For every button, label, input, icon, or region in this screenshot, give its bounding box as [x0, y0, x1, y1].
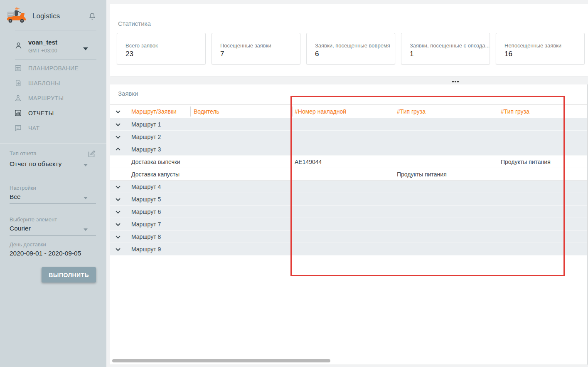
delivery-day-label: День доставки — [10, 241, 46, 248]
chevron-down-icon[interactable] — [114, 183, 122, 191]
user-timezone: GMT +03:00 — [28, 48, 57, 54]
statistics-panel: Статистика Всего заявок 23 Посещенные за… — [110, 4, 588, 76]
orders-panel: Заявки Маршрут/Заявки Водитель #Номер на… — [110, 84, 588, 365]
table-row-request[interactable]: Доставка капусты Продукты питания — [110, 168, 587, 181]
chevron-down-icon[interactable] — [114, 245, 122, 253]
collapse-all-chevron-icon[interactable] — [114, 108, 122, 115]
panel-resize-handle[interactable] — [452, 81, 459, 82]
field-underline — [10, 259, 96, 259]
column-header-cargo-1[interactable]: #Тип груза — [397, 108, 426, 115]
table-body: Маршрут 1 Маршрут 2 Маршрут 3 Доставка в… — [110, 118, 587, 255]
column-divider[interactable] — [292, 107, 293, 117]
user-dropdown-caret-icon[interactable] — [83, 47, 88, 50]
sidebar-item-templates[interactable]: ШАБЛОНЫ — [0, 76, 106, 91]
table-row-route-2[interactable]: Маршрут 2 — [110, 131, 587, 143]
notifications-bell-icon[interactable] — [88, 12, 96, 21]
chevron-down-icon[interactable] — [114, 196, 122, 203]
column-header-invoice[interactable]: #Номер накладной — [295, 108, 346, 115]
horizontal-scrollbar-thumb[interactable] — [112, 359, 330, 362]
sidebar-item-routes[interactable]: МАРШРУТЫ — [0, 91, 106, 106]
chevron-down-icon[interactable] — [84, 164, 88, 166]
report-type-label: Тип отчета — [10, 150, 37, 156]
stat-card-visited: Посещенные заявки 7 — [212, 33, 300, 64]
invoice-number: AE149044 — [295, 159, 322, 165]
user-avatar-icon — [14, 41, 23, 50]
settings-label: Настройки — [10, 185, 36, 191]
stat-card-on-time: Заявки, посещенные вовремя 6 — [306, 33, 395, 64]
sidebar-nav: ПЛАНИРОВАНИЕ ШАБЛОНЫ МАРШРУТЫ — [0, 61, 106, 136]
chevron-up-icon[interactable] — [114, 146, 122, 153]
orders-title: Заявки — [118, 90, 138, 97]
sidebar-item-reports[interactable]: ОТЧЕТЫ — [0, 106, 106, 121]
field-underline — [10, 203, 96, 204]
table-row-route-5[interactable]: Маршрут 5 — [110, 193, 587, 206]
table-row-route-4[interactable]: Маршрут 4 — [110, 181, 587, 193]
calendar-icon — [14, 64, 22, 72]
divider — [15, 59, 96, 60]
chevron-down-icon[interactable] — [84, 228, 88, 231]
chevron-down-icon[interactable] — [84, 197, 88, 199]
logo-row: Logistics — [0, 0, 106, 30]
chevron-down-icon[interactable] — [114, 233, 122, 241]
chevron-down-icon[interactable] — [114, 121, 122, 128]
cargo-type: Продукты питания — [397, 171, 447, 178]
table-row-route-9[interactable]: Маршрут 9 — [110, 243, 587, 255]
sidebar: Logistics voan_test GMT +03:00 ПЛАНИРОВА… — [0, 0, 106, 367]
table-row-route-1[interactable]: Маршрут 1 — [110, 118, 587, 131]
run-report-button[interactable]: ВЫПОЛНИТЬ — [42, 267, 96, 283]
column-divider[interactable] — [190, 107, 191, 117]
field-underline — [10, 235, 96, 236]
chevron-down-icon[interactable] — [114, 208, 122, 216]
table-row-request[interactable]: Доставка выпечки AE149044 Продукты питан… — [110, 156, 587, 168]
column-header-cargo-2[interactable]: #Тип груза — [501, 108, 529, 115]
table-header-row: Маршрут/Заявки Водитель #Номер накладной… — [110, 104, 587, 118]
sidebar-item-planning[interactable]: ПЛАНИРОВАНИЕ — [0, 61, 106, 76]
chat-bubble-icon — [14, 124, 22, 132]
bar-chart-icon — [14, 109, 22, 117]
table-row-route-6[interactable]: Маршрут 6 — [110, 206, 587, 218]
element-label: Выберите элемент — [10, 216, 57, 223]
table-row-route-3[interactable]: Маршрут 3 — [110, 143, 587, 156]
column-header-driver[interactable]: Водитель — [194, 108, 219, 115]
element-select[interactable]: Courier — [10, 225, 31, 232]
report-type-select[interactable]: Отчет по объекту — [10, 160, 62, 168]
stat-cards: Всего заявок 23 Посещенные заявки 7 Заяв… — [117, 33, 585, 64]
route-map-pin-icon — [14, 94, 22, 102]
table-row-route-7[interactable]: Маршрут 7 — [110, 218, 587, 231]
delivery-day-range-input[interactable]: 2020-09-01 - 2020-09-05 — [10, 250, 81, 257]
column-header-route[interactable]: Маршрут/Заявки — [131, 108, 177, 115]
cargo-type: Продукты питания — [501, 159, 551, 165]
template-document-icon — [14, 79, 22, 87]
user-menu[interactable]: voan_test GMT +03:00 — [0, 30, 106, 59]
field-underline — [10, 172, 96, 172]
sidebar-item-chat[interactable]: ЧАТ — [0, 121, 106, 136]
report-form: Тип отчета Отчет по объекту Настройки Вс… — [0, 144, 106, 367]
settings-select[interactable]: Все — [10, 193, 21, 201]
brand-name: Logistics — [32, 12, 60, 20]
stat-card-late: Заявки, посещенные с опозда... 1 — [401, 33, 490, 64]
edit-report-icon[interactable] — [87, 149, 96, 159]
table-row-route-8[interactable]: Маршрут 8 — [110, 231, 587, 243]
statistics-title: Статистика — [118, 20, 151, 27]
main-content: Статистика Всего заявок 23 Посещенные за… — [106, 0, 588, 367]
stat-card-total: Всего заявок 23 — [117, 33, 206, 64]
stat-card-not-visited: Непосещенные заявки 16 — [496, 33, 585, 64]
delivery-scooter-logo-icon — [7, 6, 26, 24]
username: voan_test — [28, 39, 57, 46]
chevron-down-icon[interactable] — [114, 133, 122, 141]
chevron-down-icon[interactable] — [114, 221, 122, 228]
